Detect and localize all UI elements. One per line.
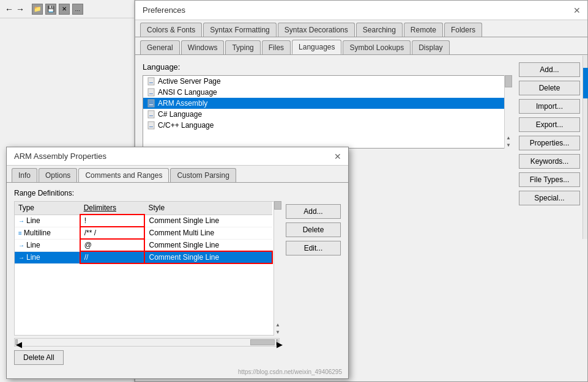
list-item[interactable]: ANSI C Language: [143, 87, 512, 98]
row-type: →Line: [15, 251, 80, 263]
table-horizontal-scrollbar[interactable]: ◀ ▶: [14, 338, 280, 347]
list-item[interactable]: Active Server Page: [143, 76, 512, 87]
arm-tab-info[interactable]: Info: [12, 168, 37, 182]
preferences-tab-row-1: Colors & Fonts Syntax Formatting Syntax …: [135, 20, 587, 37]
table-row[interactable]: →Line ! Comment Single Line: [15, 215, 272, 227]
arm-dialog-close-button[interactable]: ✕: [332, 151, 343, 162]
delete-all-button[interactable]: Delete All: [14, 350, 64, 365]
table-scrollbar[interactable]: ▲ ▼: [274, 201, 282, 336]
import-language-button[interactable]: Import...: [519, 99, 580, 114]
svg-rect-6: [148, 111, 154, 118]
arm-tab-comments-ranges[interactable]: Comments and Ranges: [78, 168, 169, 182]
arm-edit-button[interactable]: Edit...: [286, 241, 341, 255]
svg-rect-5: [149, 105, 153, 105]
arm-dialog-tabs: Info Options Comments and Ranges Custom …: [7, 166, 348, 183]
svg-rect-2: [148, 89, 154, 96]
page-icon: [147, 88, 155, 97]
preferences-scrollthumb[interactable]: [583, 68, 588, 98]
page-icon-selected: [147, 99, 155, 108]
tab-searching[interactable]: Searching: [356, 23, 403, 37]
svg-rect-4: [148, 100, 154, 107]
col-type: Type: [15, 202, 80, 215]
h-scrollthumb[interactable]: [250, 339, 275, 345]
arm-properties-dialog: ARM Assembly Properties ✕ Info Options C…: [6, 147, 349, 379]
arm-dialog-content: Range Definitions: Type Delimiters Style: [7, 183, 348, 375]
tab-syntax-decorations[interactable]: Syntax Decorations: [278, 23, 355, 37]
preferences-scrollbar[interactable]: [582, 56, 587, 239]
table-scroll-up[interactable]: ▲: [274, 322, 281, 328]
preferences-close-button[interactable]: ✕: [571, 5, 582, 16]
row-type: →Line: [15, 239, 80, 251]
tab-syntax-formatting[interactable]: Syntax Formatting: [203, 23, 276, 37]
tab-files[interactable]: Files: [262, 40, 291, 54]
row-delimiter: !: [80, 215, 145, 227]
language-label: Language:: [143, 62, 513, 72]
table-row[interactable]: →Line @ Comment Single Line: [15, 239, 272, 251]
preferences-titlebar: Preferences ✕: [135, 1, 587, 20]
close-icon[interactable]: ✕: [59, 4, 70, 15]
range-definitions-label: Range Definitions:: [14, 189, 341, 197]
row-type-icon: →: [18, 254, 24, 261]
arm-delete-button[interactable]: Delete: [286, 222, 341, 237]
list-item-selected[interactable]: ARM Assembly: [143, 98, 512, 109]
tab-general[interactable]: General: [140, 40, 180, 54]
table-row-selected[interactable]: →Line // Comment Single Line: [15, 251, 272, 263]
tab-remote[interactable]: Remote: [404, 23, 443, 37]
svg-rect-3: [149, 94, 153, 94]
language-list-scrollthumb[interactable]: [505, 75, 512, 87]
row-type-icon: →: [18, 242, 24, 249]
row-type: ≡Multiline: [15, 227, 80, 239]
range-table-container[interactable]: Type Delimiters Style →Line ! Comment Si…: [14, 201, 282, 336]
tab-colors-fonts[interactable]: Colors & Fonts: [140, 23, 202, 37]
tab-languages[interactable]: Languages: [292, 40, 341, 54]
arm-add-button[interactable]: Add...: [286, 204, 341, 219]
table-scrollthumb[interactable]: [274, 201, 281, 210]
export-language-button[interactable]: Export...: [519, 117, 580, 132]
h-scroll-right-arrow[interactable]: ▶: [276, 339, 278, 345]
range-section: Range Definitions: Type Delimiters Style: [14, 189, 341, 369]
table-scroll-down[interactable]: ▼: [274, 329, 281, 336]
open-icon[interactable]: 📁: [32, 4, 43, 15]
arm-dialog-titlebar: ARM Assembly Properties ✕: [7, 147, 348, 166]
save-icon[interactable]: 💾: [45, 4, 56, 15]
scrollbar-up-arrow[interactable]: ▲: [505, 135, 512, 141]
arm-dialog-title: ARM Assembly Properties: [14, 152, 106, 161]
properties-language-button[interactable]: Properties...: [519, 136, 580, 150]
special-icon[interactable]: …: [72, 4, 83, 15]
range-table-wrapper: Type Delimiters Style →Line ! Comment Si…: [14, 201, 282, 336]
row-style: Comment Multi Line: [144, 227, 272, 239]
row-delimiter: //: [80, 251, 145, 263]
arm-tab-custom-parsing[interactable]: Custom Parsing: [170, 168, 236, 182]
keywords-language-button[interactable]: Keywords...: [519, 154, 580, 169]
scrollbar-down-arrow[interactable]: ▼: [505, 142, 512, 149]
tab-folders[interactable]: Folders: [444, 23, 482, 37]
h-scroll-left-arrow[interactable]: ◀: [15, 339, 18, 345]
watermark: https://blog.csdn.net/weixin_49406295: [238, 369, 342, 375]
add-language-button[interactable]: Add...: [519, 62, 580, 77]
tab-display[interactable]: Display: [412, 40, 449, 54]
list-item[interactable]: C# Language: [143, 109, 512, 120]
row-delimiter: /** /: [80, 227, 145, 239]
language-list-scrollbar[interactable]: ▲ ▼: [504, 75, 513, 149]
row-style: Comment Single Line: [144, 239, 272, 251]
delete-language-button[interactable]: Delete: [519, 81, 580, 95]
svg-rect-8: [148, 122, 154, 129]
preferences-title: Preferences: [143, 6, 185, 15]
tab-symbol-lookups[interactable]: Symbol Lookups: [343, 40, 411, 54]
language-list[interactable]: Active Server Page ANSI C Language ARM A…: [143, 75, 513, 149]
forward-icon[interactable]: →: [16, 4, 24, 14]
file-types-language-button[interactable]: File Types...: [519, 172, 580, 187]
row-type: →Line: [15, 215, 80, 227]
svg-rect-0: [148, 78, 154, 85]
tab-windows[interactable]: Windows: [181, 40, 225, 54]
tab-typing[interactable]: Typing: [225, 40, 260, 54]
preferences-tab-row-2: General Windows Typing Files Languages S…: [135, 37, 587, 55]
arm-bottom-actions: Delete All: [14, 350, 341, 365]
list-item[interactable]: C/C++ Language: [143, 120, 512, 131]
page-icon: [147, 110, 155, 119]
back-icon[interactable]: ←: [5, 4, 13, 14]
special-language-button[interactable]: Special...: [519, 191, 580, 205]
arm-tab-options[interactable]: Options: [39, 168, 77, 182]
range-table: Type Delimiters Style →Line ! Comment Si…: [15, 202, 273, 264]
table-row[interactable]: ≡Multiline /** / Comment Multi Line: [15, 227, 272, 239]
